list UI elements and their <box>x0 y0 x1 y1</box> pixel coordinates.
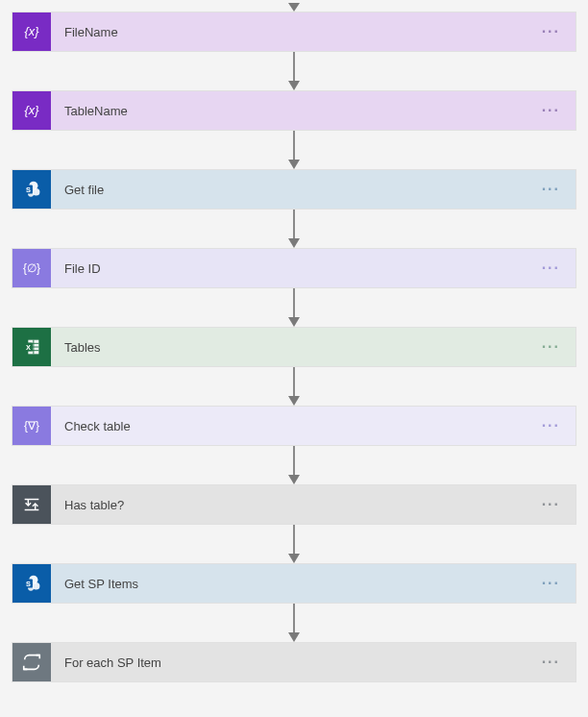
sharepoint-icon: S <box>21 179 42 200</box>
flow-arrow-icon <box>285 131 303 169</box>
sharepoint-icon: S <box>21 573 42 594</box>
flow-step-label: Get SP Items <box>64 577 138 591</box>
variable-icon-box: {x} <box>12 12 51 51</box>
step-menu-button[interactable]: ··· <box>538 256 564 281</box>
flow-connector <box>285 367 303 406</box>
step-menu-button[interactable]: ··· <box>538 650 564 675</box>
flow-step-label: FileName <box>64 25 118 39</box>
flow-step-body: Get SP Items··· <box>51 564 576 603</box>
flow-step-for-each-sp-item[interactable]: For each SP Item··· <box>12 642 576 682</box>
flow-arrow-icon <box>285 288 303 327</box>
variable-icon-box: {x} <box>12 91 51 130</box>
svg-marker-16 <box>288 317 300 327</box>
flow-arrow-icon <box>285 604 303 642</box>
variable-icon: {x} <box>21 100 42 121</box>
variable-icon: {x} <box>21 21 42 42</box>
loop-icon <box>21 652 42 673</box>
step-menu-button[interactable]: ··· <box>538 177 564 202</box>
flow-step-body: File ID··· <box>51 249 576 287</box>
flow-step-label: Tables <box>64 340 101 355</box>
flow-connector <box>285 446 303 484</box>
flow-connector <box>285 0 303 12</box>
flow-arrow-icon <box>285 367 303 406</box>
flow-step-body: Get file··· <box>51 170 576 209</box>
flow-step-get-file[interactable]: SGet file··· <box>12 169 576 210</box>
svg-text:S: S <box>26 185 31 194</box>
flow-connector <box>285 288 303 327</box>
flow-step-label: Get file <box>64 183 104 197</box>
flow-step-filename[interactable]: {x}FileName··· <box>12 12 576 52</box>
filter-icon-box: {∇} <box>12 407 51 445</box>
svg-marker-41 <box>288 632 300 642</box>
flow-step-body: TableName··· <box>51 91 576 130</box>
sharepoint-icon-box: S <box>12 170 51 209</box>
flow-step-body: Has table?··· <box>51 485 576 524</box>
svg-marker-34 <box>288 554 300 563</box>
flow-connector <box>285 210 303 248</box>
flow-step-has-table[interactable]: Has table?··· <box>12 484 576 525</box>
flow-step-label: Check table <box>64 419 131 433</box>
flow-connector <box>285 604 303 642</box>
flow-step-tables[interactable]: XTables··· <box>12 327 576 367</box>
condition-icon-box <box>12 485 51 524</box>
loop-icon-box <box>12 643 51 681</box>
flow-arrow-icon <box>285 446 303 484</box>
flow-step-label: File ID <box>64 261 101 276</box>
svg-marker-25 <box>288 396 300 406</box>
flow-step-label: Has table? <box>64 498 124 512</box>
step-menu-button[interactable]: ··· <box>538 19 564 44</box>
flow-connector <box>285 52 303 90</box>
flow-step-label: For each SP Item <box>64 655 161 670</box>
svg-text:{x}: {x} <box>25 103 40 117</box>
flow-arrow-icon <box>285 210 303 248</box>
flow-connector <box>285 131 303 169</box>
sharepoint-icon-box: S <box>12 564 51 603</box>
svg-text:S: S <box>26 580 31 588</box>
svg-marker-13 <box>288 238 300 248</box>
compose-icon: {∅} <box>21 258 42 279</box>
flow-step-body: FileName··· <box>51 12 576 51</box>
flow-step-label: TableName <box>64 104 128 118</box>
step-menu-button[interactable]: ··· <box>538 98 564 123</box>
compose-icon-box: {∅} <box>12 249 51 287</box>
svg-text:{∅}: {∅} <box>23 261 40 275</box>
step-menu-button[interactable]: ··· <box>538 413 564 438</box>
flow-arrow-icon <box>285 0 303 12</box>
excel-icon-box: X <box>12 328 51 366</box>
flow-arrow-icon <box>285 525 303 563</box>
flow-connector <box>285 525 303 563</box>
step-menu-button[interactable]: ··· <box>538 334 564 359</box>
flow-step-file-id[interactable]: {∅}File ID··· <box>12 248 576 288</box>
svg-marker-3 <box>288 81 300 90</box>
flow-step-body: For each SP Item··· <box>51 643 576 681</box>
svg-marker-0 <box>288 3 300 12</box>
svg-marker-6 <box>288 160 300 169</box>
svg-text:{∇}: {∇} <box>24 419 39 433</box>
flow-step-body: Tables··· <box>51 328 576 366</box>
svg-text:{x}: {x} <box>25 24 40 38</box>
flow-step-check-table[interactable]: {∇}Check table··· <box>12 406 576 446</box>
svg-text:X: X <box>26 343 31 352</box>
flow-step-tablename[interactable]: {x}TableName··· <box>12 90 576 131</box>
filter-icon: {∇} <box>21 415 42 436</box>
step-menu-button[interactable]: ··· <box>538 571 564 596</box>
flow-arrow-icon <box>285 52 303 90</box>
excel-icon: X <box>21 336 42 358</box>
flow-step-body: Check table··· <box>51 407 576 445</box>
step-menu-button[interactable]: ··· <box>538 492 564 517</box>
condition-icon <box>21 494 42 515</box>
flow-step-get-sp-items[interactable]: SGet SP Items··· <box>12 563 576 604</box>
svg-marker-28 <box>288 475 300 484</box>
